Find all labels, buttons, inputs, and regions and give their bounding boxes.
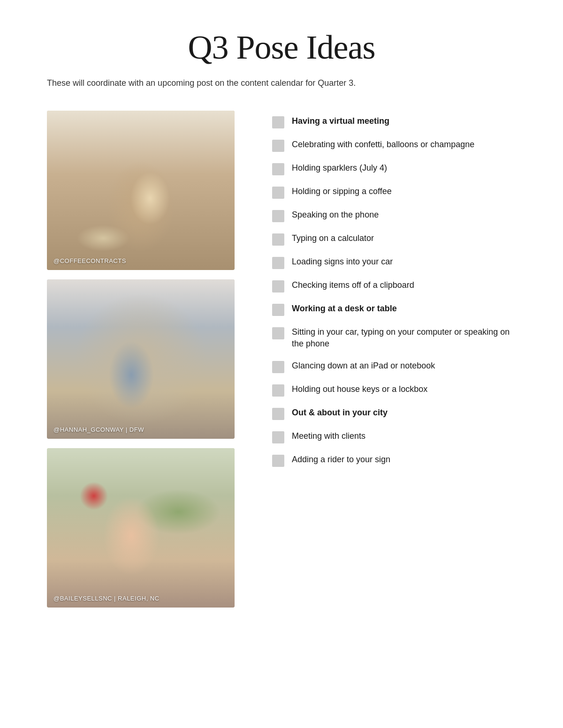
photo-1-caption: @COFFEECONTRACTS (53, 257, 126, 264)
checklist-item: Meeting with clients (272, 430, 516, 443)
images-column: @COFFEECONTRACTS @HANNAH_GCONWAY | DFW @… (47, 111, 244, 608)
page-title: Q3 Pose Ideas (47, 28, 516, 67)
checklist-column: Having a virtual meetingCelebrating with… (244, 111, 516, 477)
checklist-item-text: Having a virtual meeting (292, 115, 389, 127)
checklist-item: Holding out house keys or a lockbox (272, 383, 516, 397)
photo-2-caption: @HANNAH_GCONWAY | DFW (53, 426, 144, 433)
checklist-item: Having a virtual meeting (272, 115, 516, 128)
checklist-item: Loading signs into your car (272, 256, 516, 269)
checklist-item-text: Meeting with clients (292, 430, 365, 442)
checklist-item: Holding or sipping a coffee (272, 186, 516, 199)
checkbox[interactable] (272, 140, 284, 152)
checklist-item: Glancing down at an iPad or notebook (272, 360, 516, 373)
checkbox[interactable] (272, 257, 284, 269)
checklist-item-text: Out & about in your city (292, 407, 388, 419)
checkbox[interactable] (272, 304, 284, 316)
checkbox[interactable] (272, 187, 284, 199)
photo-1: @COFFEECONTRACTS (47, 111, 235, 270)
checklist-item-text: Working at a desk or table (292, 303, 397, 315)
checklist-item-text: Holding or sipping a coffee (292, 186, 392, 197)
checklist-item: Adding a rider to your sign (272, 454, 516, 467)
content-area: @COFFEECONTRACTS @HANNAH_GCONWAY | DFW @… (47, 111, 516, 608)
checklist-item-text: Holding sparklers (July 4) (292, 162, 387, 174)
checkbox[interactable] (272, 163, 284, 175)
checkbox[interactable] (272, 455, 284, 467)
page-subtitle: These will coordinate with an upcoming p… (47, 78, 516, 88)
photo-3-caption: @BAILEYSELLSNC | RALEIGH, NC (53, 595, 160, 602)
checklist-item-text: Sitting in your car, typing on your comp… (292, 326, 516, 350)
checklist-item-text: Celebrating with confetti, balloons or c… (292, 139, 474, 150)
checklist-item-text: Checking items off of a clipboard (292, 279, 414, 291)
checklist-item: Checking items off of a clipboard (272, 279, 516, 293)
checklist-item: Typing on a calculator (272, 233, 516, 246)
checklist-item-text: Loading signs into your car (292, 256, 393, 268)
checklist-item: Holding sparklers (July 4) (272, 162, 516, 175)
checklist-item-text: Glancing down at an iPad or notebook (292, 360, 435, 372)
checkbox[interactable] (272, 408, 284, 420)
checkbox[interactable] (272, 327, 284, 339)
checklist-item-text: Typing on a calculator (292, 233, 374, 244)
checkbox[interactable] (272, 384, 284, 397)
checklist-item-text: Holding out house keys or a lockbox (292, 383, 427, 395)
checklist-item: Celebrating with confetti, balloons or c… (272, 139, 516, 152)
checklist-item: Out & about in your city (272, 407, 516, 420)
photo-3: @BAILEYSELLSNC | RALEIGH, NC (47, 448, 235, 608)
checklist-item: Working at a desk or table (272, 303, 516, 316)
checkbox[interactable] (272, 233, 284, 246)
checklist-item: Speaking on the phone (272, 209, 516, 222)
checkbox[interactable] (272, 210, 284, 222)
checkbox[interactable] (272, 280, 284, 293)
checklist-item-text: Adding a rider to your sign (292, 454, 390, 465)
checkbox[interactable] (272, 361, 284, 373)
checkbox[interactable] (272, 116, 284, 128)
checklist-item-text: Speaking on the phone (292, 209, 379, 221)
checklist-item: Sitting in your car, typing on your comp… (272, 326, 516, 350)
photo-2: @HANNAH_GCONWAY | DFW (47, 279, 235, 439)
checkbox[interactable] (272, 431, 284, 443)
